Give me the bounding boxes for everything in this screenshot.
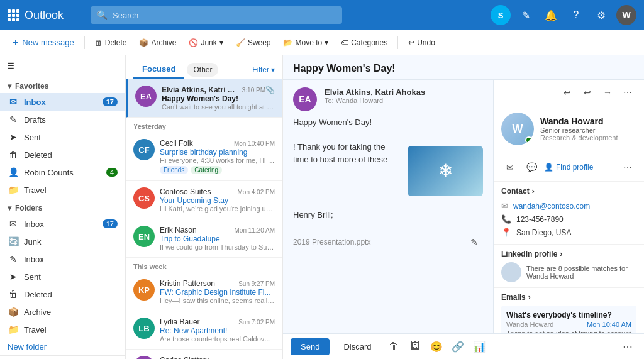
sidebar-item-travel-folder[interactable]: 📁 Travel bbox=[0, 321, 125, 338]
linkedin-section: LinkedIn profile › There are 8 possible … bbox=[494, 244, 644, 287]
reply-icon-btn[interactable]: ↩ bbox=[558, 84, 576, 101]
edit-icon-btn[interactable]: ✎ bbox=[465, 233, 483, 251]
reading-email-body: EA Elvia Atkins, Katri Ahokas To: Wanda … bbox=[283, 80, 493, 333]
email-action-btn[interactable]: ✉ bbox=[501, 158, 519, 176]
contact-header: W Wanda Howard Senior researcher Researc… bbox=[494, 105, 644, 153]
profile-icon: 👤 bbox=[544, 163, 553, 172]
forward-icon-btn[interactable]: → bbox=[599, 84, 616, 101]
undo-icon: ↩ bbox=[408, 38, 414, 47]
tag-friends: Friends bbox=[160, 166, 188, 174]
move-chevron: ▾ bbox=[325, 38, 328, 47]
favorites-chevron: ▾ bbox=[8, 82, 11, 91]
sender-avatar: EA bbox=[293, 87, 317, 111]
email-item[interactable]: CS Carlos Slattery bbox=[126, 350, 282, 359]
section-label-yesterday: Yesterday bbox=[126, 118, 282, 133]
emoji-compose-btn[interactable]: 😊 bbox=[428, 338, 445, 355]
filter-chevron: ▾ bbox=[271, 65, 275, 74]
emails-title[interactable]: Emails › bbox=[501, 293, 636, 302]
email-list-body: EA Elvia Atkins, Katri Ahokas 3:10 PM 📎 … bbox=[126, 79, 282, 359]
avatar: KP bbox=[133, 279, 155, 301]
grid-icon[interactable] bbox=[8, 9, 19, 21]
sidebar-item-junk[interactable]: 🔄 Junk bbox=[0, 233, 125, 250]
tab-focused[interactable]: Focused bbox=[133, 60, 184, 79]
help-icon[interactable]: ? bbox=[566, 5, 586, 25]
filter-button[interactable]: Filter ▾ bbox=[252, 65, 275, 74]
sidebar-item-deleted-fav[interactable]: 🗑 Deleted bbox=[0, 146, 125, 163]
discard-button[interactable]: Discard bbox=[333, 338, 381, 355]
table-compose-btn[interactable]: 📊 bbox=[470, 338, 488, 355]
sidebar-item-archive[interactable]: 📦 Archive bbox=[0, 303, 125, 321]
search-bar[interactable]: 🔍 bbox=[91, 6, 342, 24]
more-actions-btn[interactable]: ⋯ bbox=[619, 84, 636, 101]
settings-icon[interactable]: ⚙ bbox=[591, 5, 611, 25]
avatar: CS bbox=[133, 356, 155, 359]
contact-phone-detail: 📞 123-456-7890 bbox=[501, 213, 636, 226]
contact-more-btn[interactable]: ⋯ bbox=[619, 158, 636, 176]
phone-icon: 📞 bbox=[501, 214, 511, 224]
delete-compose-btn[interactable]: 🗑 bbox=[385, 338, 402, 355]
move-to-button[interactable]: 📂 Move to ▾ bbox=[278, 36, 333, 50]
junk-button[interactable]: 🚫 Junk ▾ bbox=[184, 36, 228, 50]
avatar[interactable]: W bbox=[616, 5, 636, 25]
sidebar-bottom: ✉ 📅 👤 ✔ 🗑 bbox=[0, 355, 125, 359]
sweep-button[interactable]: 🧹 Sweep bbox=[231, 36, 276, 50]
contact-section-title[interactable]: Contact › bbox=[501, 187, 636, 196]
sidebar-item-inbox-folder[interactable]: ✉ Inbox 17 bbox=[0, 215, 125, 233]
sidebar-item-travel-fav[interactable]: 📁 Travel bbox=[0, 181, 125, 199]
sent-icon: ➤ bbox=[8, 132, 19, 142]
sidebar-item-inbox2[interactable]: ✎ Inbox bbox=[0, 250, 125, 268]
pen-icon[interactable]: ✎ bbox=[516, 5, 536, 25]
delete-button[interactable]: 🗑 Delete bbox=[90, 36, 132, 50]
email-item[interactable]: CF Cecil Folk Mon 10:40 PM Surprise birt… bbox=[126, 133, 282, 181]
chat-action-btn[interactable]: 💬 bbox=[523, 158, 540, 176]
linkedin-chevron: › bbox=[560, 250, 562, 258]
reply-all-icon-btn[interactable]: ↩ bbox=[579, 84, 596, 101]
sidebar-item-deleted-folder[interactable]: 🗑 Deleted bbox=[0, 285, 125, 303]
undo-button[interactable]: ↩ Undo bbox=[403, 36, 440, 50]
bell-icon[interactable]: 🔔 bbox=[541, 5, 561, 25]
email-content: Lydia Bauer Sun 7:02 PM Re: New Apartmen… bbox=[160, 318, 275, 343]
email-item[interactable]: KP Kristin Patterson Sun 9:27 PM FW: Gra… bbox=[126, 273, 282, 311]
skype-icon[interactable]: S bbox=[491, 5, 511, 25]
image-compose-btn[interactable]: 🖼 bbox=[406, 338, 424, 355]
new-message-label: New message bbox=[22, 38, 74, 47]
sidebar-collapse-btn[interactable]: ☰ bbox=[5, 59, 17, 73]
avatar: CF bbox=[133, 139, 155, 160]
email-item[interactable]: LB Lydia Bauer Sun 7:02 PM Re: New Apart… bbox=[126, 311, 282, 350]
search-icon: 🔍 bbox=[97, 10, 108, 20]
folders-chevron: ▾ bbox=[8, 204, 11, 213]
categories-button[interactable]: 🏷 Categories bbox=[336, 36, 392, 50]
link-compose-btn[interactable]: 🔗 bbox=[449, 338, 467, 355]
email-content: Erik Nason Mon 11:20 AM Trip to Guadalup… bbox=[160, 226, 275, 251]
email-tabs: Focused Other Filter ▾ bbox=[126, 55, 282, 79]
junk-icon: 🚫 bbox=[189, 38, 198, 47]
archive-button[interactable]: 📦 Archive bbox=[134, 36, 181, 50]
contact-avatar: W bbox=[501, 113, 534, 145]
new-folder-link[interactable]: New folder bbox=[0, 338, 125, 355]
tab-other[interactable]: Other bbox=[187, 63, 218, 77]
sent-folder-icon: ➤ bbox=[8, 272, 19, 282]
send-button[interactable]: Send bbox=[291, 338, 330, 355]
more-compose-btn[interactable]: ⋯ bbox=[619, 338, 636, 355]
email-card[interactable]: What's everybody's timeline? Wanda Howar… bbox=[501, 306, 636, 333]
reading-pane: Happy Women's Day! EA Elvia Atkins, Katr… bbox=[283, 55, 644, 359]
contact-email-detail: ✉ wandah@contoso.com bbox=[501, 199, 636, 213]
contact-title: Senior researcher bbox=[540, 126, 636, 134]
sidebar-item-sent-fav[interactable]: ➤ Sent bbox=[0, 128, 125, 146]
email-item[interactable]: CS Contoso Suites Mon 4:02 PM Your Upcom… bbox=[126, 181, 282, 219]
email-item[interactable]: EN Erik Nason Mon 11:20 AM Trip to Guada… bbox=[126, 219, 282, 258]
sidebar-item-robin-counts[interactable]: 👤 Robin Counts 4 bbox=[0, 163, 125, 181]
sidebar-item-drafts[interactable]: ✎ Drafts bbox=[0, 111, 125, 128]
sidebar-item-sent-folder[interactable]: ➤ Sent bbox=[0, 268, 125, 285]
email-item[interactable]: EA Elvia Atkins, Katri Ahokas 3:10 PM 📎 … bbox=[126, 79, 282, 118]
contact-panel: ↩ ↩ → ⋯ W Wanda Howard Senior researcher… bbox=[493, 80, 644, 333]
separator bbox=[84, 36, 85, 49]
find-profile-link[interactable]: 👤 Find profile bbox=[544, 158, 593, 176]
section-label-thisweek: This week bbox=[126, 258, 282, 273]
new-message-button[interactable]: + New message bbox=[8, 35, 79, 51]
archive-folder-icon: 📦 bbox=[8, 307, 19, 317]
favorites-header: ▾ Favorites bbox=[0, 77, 125, 93]
linkedin-title[interactable]: LinkedIn profile › bbox=[501, 250, 636, 258]
search-input[interactable] bbox=[113, 11, 336, 20]
sidebar-item-inbox-fav[interactable]: ✉ Inbox 17 bbox=[0, 93, 125, 111]
